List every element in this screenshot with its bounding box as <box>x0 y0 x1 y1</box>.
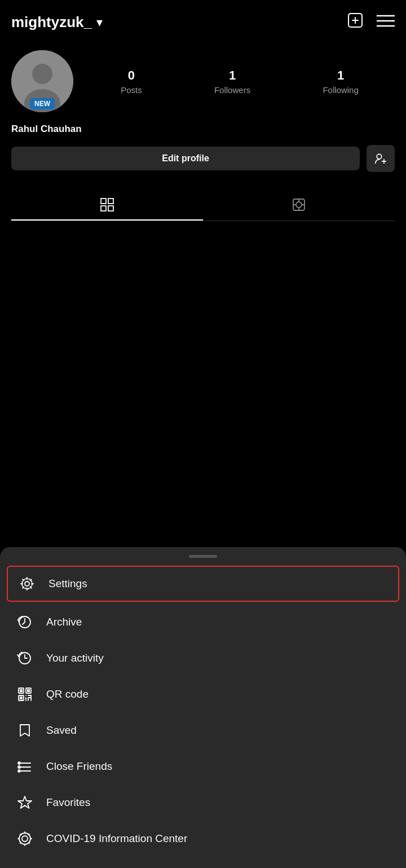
following-count: 1 <box>337 68 344 83</box>
drag-handle <box>189 555 217 558</box>
svg-point-47 <box>18 770 20 772</box>
svg-marker-48 <box>18 796 32 808</box>
svg-point-46 <box>18 766 20 768</box>
username-container[interactable]: mightyzuk_ ▾ <box>11 14 103 31</box>
bottom-sheet: Settings Archive Your activity <box>0 547 406 868</box>
qr-code-label: QR code <box>46 688 89 700</box>
followers-count: 1 <box>229 68 236 83</box>
edit-profile-button[interactable]: Edit profile <box>11 147 360 170</box>
svg-point-50 <box>22 836 28 841</box>
covid-label: COVID-19 Information Center <box>46 832 187 845</box>
following-stat[interactable]: 1 Following <box>323 68 358 95</box>
menu-item-close-friends[interactable]: Close Friends <box>0 748 406 785</box>
followers-stat[interactable]: 1 Followers <box>214 68 250 95</box>
posts-count: 0 <box>128 68 135 83</box>
tab-tagged[interactable] <box>203 189 395 221</box>
close-friends-icon <box>16 759 34 774</box>
menu-item-qr-code[interactable]: QR code <box>0 676 406 712</box>
stats-container: 0 Posts 1 Followers 1 Following <box>85 68 395 95</box>
avatar-container: NEW <box>11 50 73 112</box>
svg-rect-12 <box>101 199 106 204</box>
sheet-handle <box>0 547 406 563</box>
tabs-row <box>11 189 395 221</box>
menu-item-archive[interactable]: Archive <box>0 604 406 640</box>
svg-line-56 <box>29 843 29 843</box>
svg-point-22 <box>25 581 29 586</box>
svg-rect-13 <box>108 199 113 204</box>
svg-rect-15 <box>108 206 113 211</box>
saved-label: Saved <box>46 724 77 737</box>
svg-rect-28 <box>20 689 23 692</box>
settings-icon <box>18 576 36 592</box>
saved-icon <box>16 722 34 738</box>
chevron-down-icon: ▾ <box>96 15 103 30</box>
profile-section: mightyzuk_ ▾ <box>0 0 406 221</box>
covid-icon <box>16 831 34 847</box>
svg-point-17 <box>296 202 302 208</box>
new-post-icon[interactable] <box>346 11 364 33</box>
header-bar: mightyzuk_ ▾ <box>11 11 395 33</box>
svg-point-9 <box>377 154 381 158</box>
svg-rect-14 <box>101 206 106 211</box>
followers-label: Followers <box>214 85 250 95</box>
favorites-icon <box>16 795 34 810</box>
settings-label: Settings <box>48 578 87 590</box>
svg-point-45 <box>18 762 20 764</box>
posts-stat[interactable]: 0 Posts <box>121 68 142 95</box>
action-buttons-row: Edit profile <box>11 145 395 172</box>
username: mightyzuk_ <box>11 14 92 31</box>
add-person-button[interactable] <box>367 145 395 172</box>
svg-point-7 <box>32 64 52 84</box>
following-label: Following <box>323 85 358 95</box>
new-badge: NEW <box>30 98 55 109</box>
menu-item-your-activity[interactable]: Your activity <box>0 640 406 676</box>
svg-line-58 <box>20 843 21 843</box>
hamburger-menu-icon[interactable] <box>377 14 395 32</box>
close-friends-label: Close Friends <box>46 760 112 773</box>
svg-rect-30 <box>20 697 23 699</box>
menu-item-settings[interactable]: Settings <box>7 566 399 602</box>
profile-info-row: NEW 0 Posts 1 Followers 1 Following <box>11 50 395 112</box>
menu-item-favorites[interactable]: Favorites <box>0 785 406 821</box>
activity-icon <box>16 650 34 666</box>
svg-line-55 <box>20 834 21 835</box>
qr-code-icon <box>16 686 34 702</box>
archive-icon <box>16 614 34 630</box>
posts-label: Posts <box>121 85 142 95</box>
your-activity-label: Your activity <box>46 652 104 664</box>
archive-label: Archive <box>46 616 82 628</box>
svg-line-57 <box>29 834 29 835</box>
menu-item-covid[interactable]: COVID-19 Information Center <box>0 821 406 857</box>
user-display-name: Rahul Chauhan <box>11 124 395 135</box>
header-icons <box>346 11 395 33</box>
svg-point-23 <box>22 579 32 589</box>
svg-rect-32 <box>27 689 30 692</box>
tab-grid[interactable] <box>11 189 203 221</box>
favorites-label: Favorites <box>46 796 90 809</box>
menu-item-saved[interactable]: Saved <box>0 712 406 748</box>
